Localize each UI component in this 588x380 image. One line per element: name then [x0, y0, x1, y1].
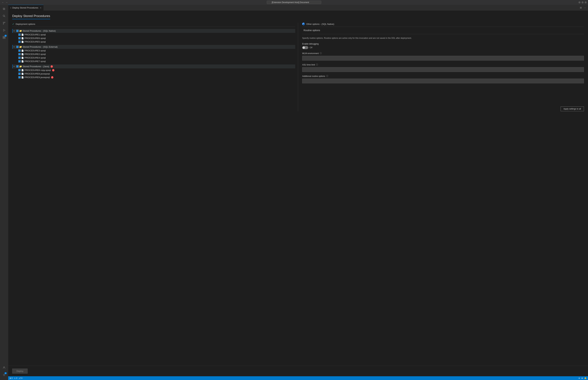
item-checkbox-procedure6[interactable]: [18, 37, 20, 39]
tree-item-procedure5[interactable]: 📄 PROCEDURE5.spsql: [12, 40, 295, 43]
wlm-label: WLM environment ⓘ: [302, 52, 584, 55]
settings-icon[interactable]: 1: [1, 372, 7, 378]
split-editor-button[interactable]: ⊞: [579, 6, 583, 9]
item-label-procedure4: PROCEDURE4.spsql: [24, 57, 46, 59]
other-options-section-header: Other options - (SQL Native): [302, 23, 584, 27]
run-debug-icon[interactable]: [1, 27, 7, 34]
more-actions-button[interactable]: ···: [583, 6, 587, 9]
group-checkbox-sql-external[interactable]: [16, 46, 19, 48]
item-label-procedure2: PROCEDURE2.spsql: [24, 53, 46, 56]
back-button[interactable]: ←: [1, 1, 4, 4]
item-error-badge-procedure8-copy: !: [52, 69, 55, 72]
file-icon: 📄: [21, 50, 24, 52]
status-source-control[interactable]: ⎇ 0: [19, 377, 22, 379]
item-checkbox-procedure7[interactable]: [18, 60, 20, 62]
apply-settings-button[interactable]: Apply settings to all: [561, 107, 584, 111]
tree-item-procedure6[interactable]: 📄 PROCEDURE6.spsql: [12, 37, 295, 40]
item-checkbox-procedure2[interactable]: [18, 53, 20, 55]
source-control-count: 0: [21, 377, 22, 379]
account-icon[interactable]: [1, 364, 7, 371]
item-label-procedure7: PROCEDURE7.spsql: [24, 60, 46, 63]
enable-debugging-group: Enable debugging Off: [302, 43, 584, 49]
svg-point-0: [3, 15, 5, 17]
item-error-badge-procedure9-java: !: [51, 76, 54, 78]
file-icon: 📄: [21, 37, 24, 39]
file-icon: 📄: [21, 41, 24, 43]
deploy-tab[interactable]: ≡ Deploy Stored Procedures ×: [8, 5, 44, 11]
item-checkbox-procedure4[interactable]: [18, 57, 20, 59]
zoom-in-button[interactable]: ⊕: [581, 377, 583, 379]
source-control-icon[interactable]: [1, 20, 7, 27]
files-icon[interactable]: ⧉: [1, 5, 7, 12]
group-error-badge-java: !: [51, 65, 53, 68]
folder-icon: 📁: [19, 46, 22, 48]
window-control-3[interactable]: [585, 1, 587, 3]
tab-icon: ≡: [10, 7, 11, 9]
source-control-status-icon: ⎇: [19, 377, 21, 379]
search-icon[interactable]: [1, 13, 7, 19]
file-icon: 📄: [21, 69, 24, 72]
svg-point-2: [3, 22, 4, 23]
debugging-toggle[interactable]: [302, 46, 308, 49]
tab-close-button[interactable]: ×: [40, 7, 41, 9]
svg-rect-9: [4, 38, 5, 38]
warning-count: 0: [16, 377, 17, 379]
item-checkbox-procedure8-java[interactable]: [18, 73, 20, 75]
group-checkbox-java[interactable]: [16, 65, 19, 68]
titlebar-search-input[interactable]: [267, 1, 321, 4]
tree-group-java: ▾ 📁 Stored Procedures - (Java) ! 📄 PROCE…: [12, 64, 295, 79]
item-checkbox-procedure8-copy[interactable]: [18, 69, 20, 71]
status-errors[interactable]: ⊗ 0: [10, 377, 13, 379]
notification-button[interactable]: 🔔: [584, 377, 587, 379]
status-bar: ⊗ 0 ⚠ 0 ⎇ 0 ⊖ ⊕: [8, 376, 588, 380]
group-label-sql-native: Stored Procedures - (SQL Native): [23, 30, 56, 32]
asu-input[interactable]: [302, 67, 584, 72]
asu-info-icon[interactable]: ⓘ: [316, 63, 318, 66]
toggle-thumb: [303, 46, 305, 49]
deploy-button[interactable]: Deploy: [12, 369, 28, 374]
warning-icon: ⚠: [14, 377, 16, 379]
file-icon: 📄: [21, 73, 24, 75]
routine-options-title: Routine options: [303, 29, 320, 32]
extensions-badge: 1: [4, 35, 7, 37]
tree-item-procedure8-copy[interactable]: 📄 PROCEDURE8 copy.spsql !: [12, 68, 295, 72]
status-warnings[interactable]: ⚠ 0: [14, 377, 17, 379]
svg-rect-8: [3, 38, 4, 38]
panels-row: ✓ Deployment options ▾ 📁 Stored Procedur…: [12, 23, 584, 111]
window-controls: [578, 1, 587, 3]
item-label-procedure6: PROCEDURE6.spsql: [24, 37, 46, 39]
window-control-2[interactable]: [582, 1, 584, 3]
asu-label: ASU time limit ⓘ: [302, 63, 584, 66]
tree-item-procedure7[interactable]: 📄 PROCEDURE7.spsql: [12, 59, 295, 63]
additional-options-input[interactable]: [302, 78, 584, 83]
group-checkbox-sql-native[interactable]: [16, 30, 19, 32]
routine-options-header: Routine options: [302, 29, 584, 32]
svg-point-4: [3, 24, 4, 24]
tree-group-header-sql-native[interactable]: ▾ 📁 Stored Procedures - (SQL Native): [12, 29, 295, 33]
window-control-1[interactable]: [578, 1, 581, 3]
tree-item-procedure1[interactable]: 📄 PROCEDURE1.spsql: [12, 33, 295, 37]
toggle-state-label: Off: [310, 46, 312, 49]
additional-routine-options-group: Additional routine options ⓘ: [302, 75, 584, 83]
tree-item-procedure9-java[interactable]: 📄 PROCEDURE9.javaspsql !: [12, 76, 295, 79]
chevron-down-icon: ▾: [14, 46, 16, 48]
activity-bar: ⧉ 1: [0, 5, 8, 380]
tree-group-header-sql-external[interactable]: ▾ 📁 Stored Procedures - (SQL External): [12, 45, 295, 49]
item-checkbox-procedure3[interactable]: [18, 50, 20, 52]
tree-item-procedure4[interactable]: 📄 PROCEDURE4.spsql: [12, 56, 295, 59]
wlm-input[interactable]: [302, 56, 584, 60]
item-label-procedure3: PROCEDURE3.spsql: [24, 49, 46, 52]
wlm-info-icon[interactable]: ⓘ: [320, 52, 322, 55]
item-checkbox-procedure9-java[interactable]: [18, 76, 20, 78]
tree-item-procedure2[interactable]: 📄 PROCEDURE2.spsql: [12, 52, 295, 56]
extensions-icon[interactable]: 1: [1, 34, 7, 41]
tree-item-procedure3[interactable]: 📄 PROCEDURE3.spsql: [12, 49, 295, 52]
tree-item-procedure8-java[interactable]: 📄 PROCEDURE8.javaspsql: [12, 72, 295, 76]
item-checkbox-procedure1[interactable]: [18, 34, 20, 36]
additional-options-info-icon[interactable]: ⓘ: [326, 75, 328, 77]
zoom-out-button[interactable]: ⊖: [578, 377, 580, 379]
nav-arrows: ← →: [1, 1, 8, 4]
forward-button[interactable]: →: [5, 1, 8, 4]
tree-group-header-java[interactable]: ▾ 📁 Stored Procedures - (Java) !: [12, 64, 295, 68]
item-checkbox-procedure5[interactable]: [18, 41, 20, 43]
